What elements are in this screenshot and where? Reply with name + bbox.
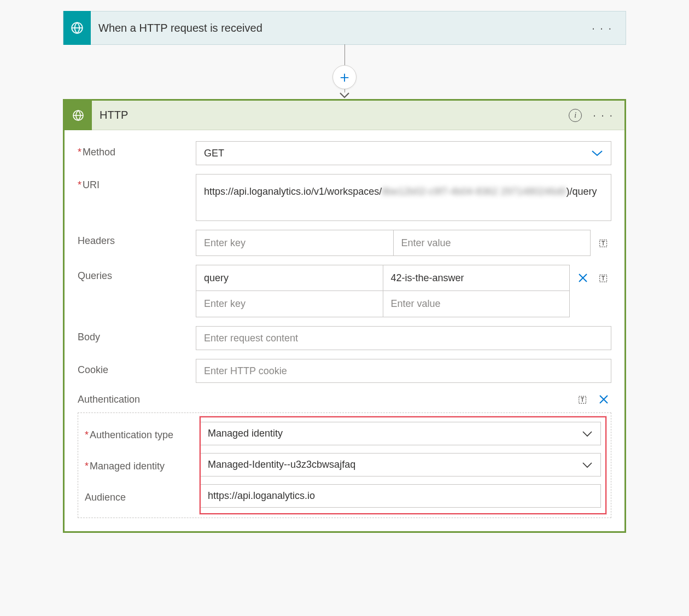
queries-label: Queries	[78, 265, 196, 282]
chevron-down-icon	[582, 462, 593, 468]
query-kv-pair: query 42-is-the-answer	[196, 265, 570, 291]
cookie-input[interactable]: Enter HTTP cookie	[196, 359, 611, 383]
method-row: *Method GET	[78, 141, 611, 165]
query-key-input[interactable]: query	[196, 265, 383, 291]
body-input[interactable]: Enter request content	[196, 326, 611, 350]
http-action-more-button[interactable]: · · ·	[593, 109, 614, 121]
headers-kv-pair: Enter key Enter value	[196, 230, 591, 256]
http-action-icon	[65, 101, 92, 130]
info-icon[interactable]: i	[569, 109, 582, 122]
queries-row: Queries query 42-is-the-answer Enter key…	[78, 265, 611, 317]
body-row: Body Enter request content	[78, 326, 611, 350]
headers-row: Headers Enter key Enter value	[78, 230, 611, 256]
query-value-input[interactable]: 42-is-the-answer	[383, 265, 570, 291]
header-value-input[interactable]: Enter value	[393, 230, 591, 256]
method-value: GET	[204, 148, 224, 159]
connector: ＋	[63, 44, 626, 99]
audience-input[interactable]: https://api.loganalytics.io	[200, 484, 601, 508]
uri-label: *URI	[78, 174, 196, 191]
managed-identity-label: *Managed identity	[85, 457, 200, 472]
uri-input[interactable]: https://api.loganalytics.io/v1/workspace…	[196, 174, 611, 221]
method-select[interactable]: GET	[196, 141, 611, 165]
trigger-card[interactable]: When a HTTP request is received · · ·	[63, 11, 626, 45]
trigger-more-button[interactable]: · · ·	[579, 22, 626, 34]
managed-identity-select[interactable]: Managed-Identity--u3z3cbwsajfaq	[200, 453, 601, 476]
chevron-down-icon	[582, 431, 593, 437]
remove-authentication-icon[interactable]	[596, 392, 611, 407]
cookie-label: Cookie	[78, 359, 196, 376]
header-key-input[interactable]: Enter key	[196, 230, 393, 256]
delete-query-row-icon[interactable]	[575, 270, 591, 286]
authentication-section: Authentication *Authentication type Ma	[78, 392, 611, 518]
http-action-card: HTTP i · · · *Method GET *URI	[63, 99, 626, 533]
http-request-icon	[63, 11, 91, 45]
cookie-row: Cookie Enter HTTP cookie	[78, 359, 611, 383]
http-action-title: HTTP	[100, 109, 569, 121]
body-label: Body	[78, 326, 196, 343]
query-kv-pair-empty: Enter key Enter value	[196, 291, 570, 317]
chevron-down-icon	[591, 149, 603, 157]
method-label: *Method	[78, 141, 196, 158]
authentication-inner: *Authentication type Managed identity *M…	[78, 412, 611, 518]
auth-type-label: *Authentication type	[85, 426, 200, 441]
query-value-input-empty[interactable]: Enter value	[383, 291, 570, 317]
auth-switch-text-mode-icon[interactable]	[575, 392, 591, 407]
authentication-label: Authentication	[78, 394, 575, 405]
trigger-title: When a HTTP request is received	[98, 22, 579, 34]
uri-row: *URI https://api.loganalytics.io/v1/work…	[78, 174, 611, 221]
auth-type-select[interactable]: Managed identity	[200, 422, 601, 445]
query-key-input-empty[interactable]: Enter key	[196, 291, 383, 317]
headers-label: Headers	[78, 230, 196, 247]
audience-label: Audience	[85, 489, 200, 503]
switch-to-text-mode-icon[interactable]	[596, 235, 611, 251]
add-step-button[interactable]: ＋	[332, 65, 357, 89]
switch-queries-text-mode-icon[interactable]	[596, 270, 611, 286]
arrow-down-icon	[339, 91, 350, 99]
http-action-header[interactable]: HTTP i · · ·	[65, 101, 624, 130]
